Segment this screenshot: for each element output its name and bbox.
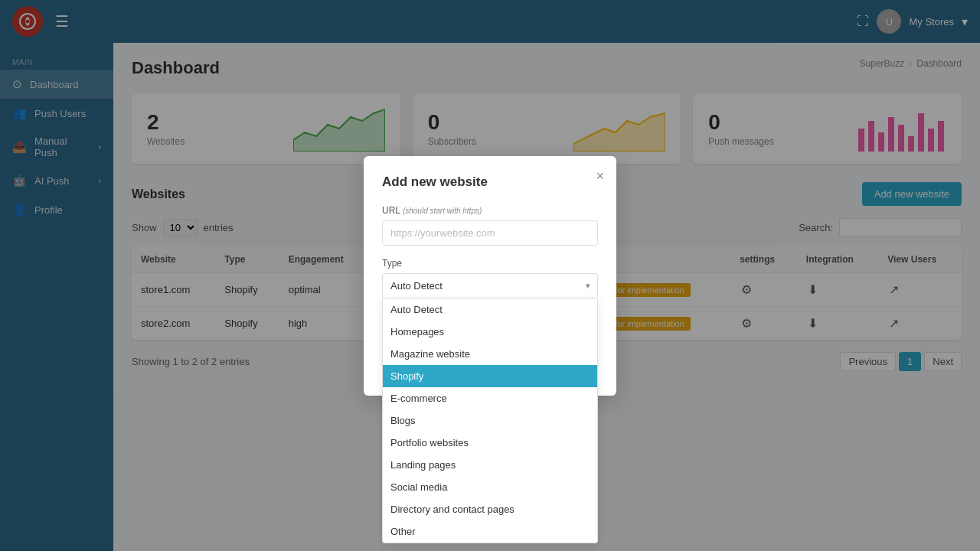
- dropdown-option-portfolio[interactable]: Portfolio websites: [383, 432, 597, 454]
- type-select-wrapper: Auto Detect ▾ Auto Detect Homepages Maga…: [382, 273, 598, 298]
- dropdown-option-landing[interactable]: Landing pages: [383, 454, 597, 476]
- type-dropdown[interactable]: Auto Detect Homepages Magazine website S…: [382, 298, 598, 543]
- modal-close-button[interactable]: ×: [596, 168, 604, 184]
- type-form-group: Type Auto Detect ▾ Auto Detect Homepages…: [382, 258, 598, 298]
- dropdown-option-social[interactable]: Social media: [383, 476, 597, 498]
- dropdown-option-shopify[interactable]: Shopify: [383, 365, 597, 387]
- dropdown-option-ecommerce[interactable]: E-commerce: [383, 387, 597, 409]
- dropdown-option-other[interactable]: Other: [383, 520, 597, 543]
- url-label: URL (should start with https): [382, 205, 598, 216]
- type-select[interactable]: Auto Detect: [382, 273, 598, 298]
- dropdown-option-directory[interactable]: Directory and contact pages: [383, 498, 597, 520]
- url-form-group: URL (should start with https): [382, 205, 598, 246]
- dropdown-option-homepages[interactable]: Homepages: [383, 321, 597, 343]
- dropdown-option-auto-detect[interactable]: Auto Detect: [383, 298, 597, 321]
- add-website-modal: Add new website × URL (should start with…: [364, 156, 616, 396]
- url-input[interactable]: [382, 220, 598, 246]
- modal-overlay: Add new website × URL (should start with…: [0, 0, 980, 551]
- dropdown-option-magazine[interactable]: Magazine website: [383, 343, 597, 365]
- dropdown-option-blogs[interactable]: Blogs: [383, 409, 597, 432]
- type-label: Type: [382, 258, 598, 269]
- modal-title: Add new website: [382, 174, 598, 190]
